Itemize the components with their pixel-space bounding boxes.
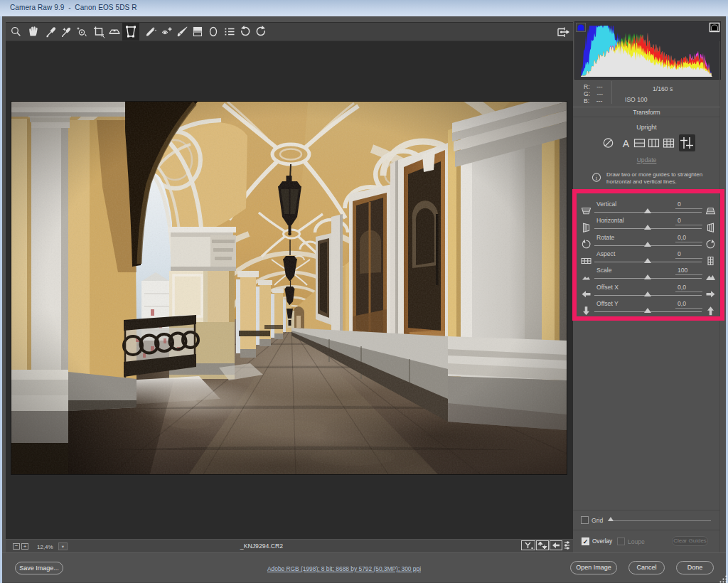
svg-text:A: A	[623, 138, 630, 149]
svg-text:i: i	[596, 174, 598, 181]
